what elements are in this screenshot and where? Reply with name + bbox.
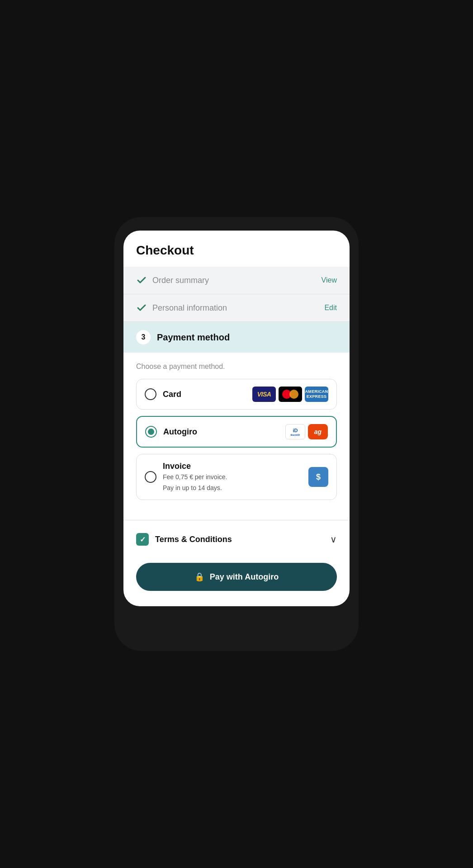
terms-checkmark-icon: ✓ xyxy=(140,535,146,544)
payment-method-header: 3 Payment method xyxy=(123,322,350,353)
order-summary-check-icon xyxy=(136,275,147,286)
autogiro-option-left: Autogiro xyxy=(145,426,197,438)
phone-frame: Checkout Order summary View Personal inf… xyxy=(114,217,359,651)
order-summary-label: Order summary xyxy=(152,276,209,285)
payment-body: Choose a payment method. Card VISA AMERI… xyxy=(123,353,350,516)
autogiro-radio[interactable] xyxy=(145,426,157,438)
order-summary-left: Order summary xyxy=(136,275,209,286)
autogiro-payment-icons: iD BankID ag xyxy=(285,424,328,439)
bankid-icon: iD BankID xyxy=(285,424,305,439)
personal-info-check-icon xyxy=(136,302,147,313)
visa-icon: VISA xyxy=(252,387,276,402)
card-payment-icons: VISA AMERICANEXPRESS xyxy=(252,387,328,402)
personal-info-label: Personal information xyxy=(152,303,227,313)
invoice-option-left: Invoice Fee 0,75 € per invoice. Pay in u… xyxy=(145,462,227,492)
screen: Checkout Order summary View Personal inf… xyxy=(123,231,350,606)
terms-checkbox[interactable]: ✓ xyxy=(136,533,149,546)
divider xyxy=(123,520,350,520)
card-radio[interactable] xyxy=(145,388,156,400)
terms-label: Terms & Conditions xyxy=(155,535,232,544)
invoice-text: Invoice Fee 0,75 € per invoice. Pay in u… xyxy=(163,462,227,492)
autogiro-radio-fill xyxy=(148,429,154,435)
invoice-doc-icon xyxy=(308,467,328,487)
step-badge: 3 xyxy=(136,330,151,344)
chevron-down-icon: ∨ xyxy=(330,534,337,545)
order-summary-row: Order summary View xyxy=(123,267,350,294)
invoice-radio[interactable] xyxy=(145,471,156,483)
pay-button-label: Pay with Autogiro xyxy=(210,572,279,582)
lock-icon: 🔒 xyxy=(194,572,204,582)
card-option-left: Card xyxy=(145,388,181,400)
personal-info-edit-link[interactable]: Edit xyxy=(324,304,337,312)
autogiro-option[interactable]: Autogiro iD BankID ag xyxy=(136,416,337,448)
amex-icon: AMERICANEXPRESS xyxy=(305,387,328,402)
personal-info-left: Personal information xyxy=(136,302,227,313)
order-summary-view-link[interactable]: View xyxy=(322,276,337,284)
invoice-desc-line1: Fee 0,75 € per invoice. xyxy=(163,473,227,482)
pay-button[interactable]: 🔒 Pay with Autogiro xyxy=(136,563,337,591)
card-option[interactable]: Card VISA AMERICANEXPRESS xyxy=(136,379,337,410)
terms-section[interactable]: ✓ Terms & Conditions ∨ xyxy=(123,524,350,555)
mastercard-icon xyxy=(279,387,302,402)
payment-method-label: Payment method xyxy=(157,332,230,343)
invoice-option[interactable]: Invoice Fee 0,75 € per invoice. Pay in u… xyxy=(136,454,337,500)
invoice-desc-line2: Pay in up to 14 days. xyxy=(163,484,227,493)
terms-left: ✓ Terms & Conditions xyxy=(136,533,232,546)
personal-info-row: Personal information Edit xyxy=(123,294,350,322)
choose-label: Choose a payment method. xyxy=(136,363,337,371)
card-option-name: Card xyxy=(163,390,181,399)
invoice-title: Invoice xyxy=(163,462,227,471)
autogiro-icon: ag xyxy=(308,424,328,439)
autogiro-option-name: Autogiro xyxy=(163,427,197,437)
page-title: Checkout xyxy=(123,231,350,267)
